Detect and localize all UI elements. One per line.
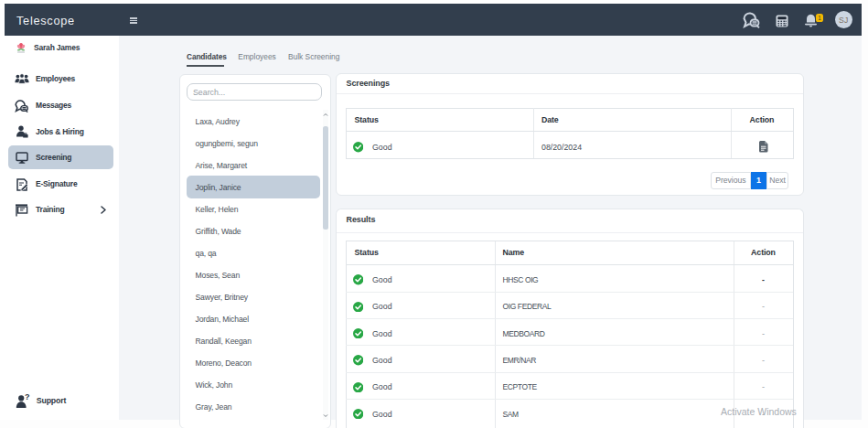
svg-text:?: ? xyxy=(25,393,30,401)
